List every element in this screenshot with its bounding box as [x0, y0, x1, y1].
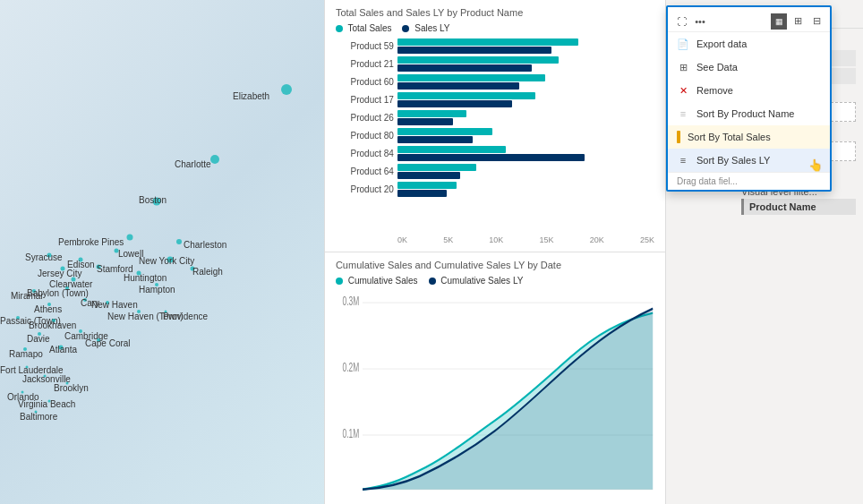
legend-dot-cum-ly — [429, 278, 436, 285]
bar-total-sales — [397, 110, 466, 117]
context-menu[interactable]: ⛶ ••• ▦ ⊞ ⊟ 📄 Export data ⊞ See Data ✕ R… — [666, 5, 832, 192]
product-name-filter[interactable]: Product Name — [741, 199, 856, 215]
sort-sales-ly-icon: ≡ — [677, 154, 689, 167]
drag-data-fields-label: Drag data fiel... — [668, 172, 830, 190]
bar-sales-ly — [397, 154, 585, 161]
remove-icon: ✕ — [677, 84, 689, 97]
axis-label: 5K — [443, 235, 453, 244]
bar-total-sales — [397, 128, 492, 135]
visual-icon-3[interactable]: ⊟ — [808, 13, 825, 30]
map-label: New Haven — [91, 300, 138, 310]
map-label: Raleigh — [192, 267, 223, 277]
visual-icon-2[interactable]: ⊞ — [790, 13, 806, 30]
map-label: Cape Coral — [85, 338, 131, 348]
bar-sales-ly — [397, 136, 473, 143]
bar-container — [397, 38, 654, 54]
bar-sales-ly — [397, 172, 460, 179]
bar-container — [397, 92, 654, 107]
map-label: Huntington — [124, 273, 167, 283]
bar-row: Product 84 — [336, 146, 654, 161]
menu-sort-total-sales[interactable]: Sort By Total Sales — [668, 125, 830, 149]
bar-label: Product 21 — [336, 59, 394, 69]
bar-total-sales — [397, 92, 535, 99]
expand-icon[interactable]: ⛶ — [673, 13, 689, 30]
bar-container — [397, 110, 654, 125]
bar-chart-title: Total Sales and Sales LY by Product Name — [336, 7, 654, 18]
table-icon: ⊞ — [677, 61, 689, 73]
area-total — [363, 309, 653, 490]
menu-export-data[interactable]: 📄 Export data — [668, 32, 830, 56]
legend-dot-total — [336, 25, 343, 32]
menu-sort-sales-ly[interactable]: ≡ Sort By Sales LY 👆 — [668, 149, 830, 172]
area-chart-legend: Cumulative Sales Cumulative Sales LY — [336, 276, 654, 286]
bar-label: Product 84 — [336, 149, 394, 158]
area-chart-section: Cumulative Sales and Cumulative Sales LY… — [325, 252, 665, 504]
map-label: Brooklyn — [54, 383, 89, 393]
menu-sort-product-name[interactable]: ≡ Sort By Product Name — [668, 102, 830, 125]
bar-label: Product 64 — [336, 167, 394, 176]
legend-cumulative-sales: Cumulative Sales — [336, 276, 418, 286]
map-label: Atlanta — [49, 345, 77, 355]
map-label: Jersey City — [38, 269, 81, 278]
bar-row: Product 21 — [336, 56, 654, 72]
map-background: ElizabethCharlotteBostonPembroke PinesCh… — [0, 0, 324, 504]
sort-total-sales-icon — [677, 131, 680, 143]
bar-chart-axis: 0K5K10K15K20K25K — [336, 235, 654, 244]
bar-sales-ly — [397, 64, 532, 72]
bar-sales-ly — [397, 47, 551, 54]
more-icon[interactable]: ••• — [692, 13, 708, 30]
bar-chart-legend: Total Sales Sales LY — [336, 23, 654, 33]
menu-remove[interactable]: ✕ Remove — [668, 79, 830, 102]
axis-label: 20K — [590, 235, 604, 244]
bar-container — [397, 146, 654, 161]
map-label: Providence — [163, 312, 208, 321]
bar-total-sales — [397, 164, 476, 171]
bar-total-sales — [397, 38, 578, 46]
bar-row: Product 64 — [336, 164, 654, 179]
bar-sales-ly — [397, 82, 519, 90]
bar-sales-ly — [397, 190, 447, 197]
bar-sales-ly — [397, 100, 512, 107]
bar-container — [397, 74, 654, 90]
legend-sales-ly: Sales LY — [402, 23, 449, 33]
bar-label: Product 26 — [336, 113, 394, 123]
map-dot — [176, 239, 182, 244]
charts-panel: Total Sales and Sales LY by Product Name… — [325, 0, 666, 504]
bar-total-sales — [397, 146, 506, 153]
area-chart-title: Cumulative Sales and Cumulative Sales LY… — [336, 260, 654, 270]
map-dot — [281, 84, 292, 95]
bar-sales-ly — [397, 118, 453, 125]
map-label: Elizabeth — [233, 91, 269, 101]
bar-total-sales — [397, 56, 559, 64]
svg-text:0.2M: 0.2M — [342, 360, 359, 375]
svg-text:0.3M: 0.3M — [342, 294, 359, 309]
map-label: Babylon (Town) — [27, 288, 89, 298]
axis-label: 15K — [540, 235, 554, 244]
map-label: Virginia Beach — [18, 399, 75, 409]
bar-row: Product 17 — [336, 92, 654, 107]
menu-see-data[interactable]: ⊞ See Data — [668, 56, 830, 79]
map-dot — [210, 155, 219, 164]
visual-icon-1[interactable]: ▦ — [771, 13, 787, 30]
sort-product-icon: ≡ — [677, 107, 689, 120]
bar-row: Product 80 — [336, 128, 654, 143]
bar-chart-section: Total Sales and Sales LY by Product Name… — [325, 0, 665, 252]
area-chart-svg: 0.3M 0.2M 0.1M — [336, 291, 654, 497]
map-label: Boston — [139, 195, 167, 205]
right-wrapper: ⛶ ••• ▦ ⊞ ⊟ 📄 Export data ⊞ See Data ✕ R… — [666, 0, 863, 504]
map-label: New York City — [139, 256, 194, 266]
axis-label: 0K — [397, 235, 407, 244]
bar-chart: Product 59Product 21Product 60Product 17… — [336, 38, 654, 232]
bar-row: Product 59 — [336, 38, 654, 54]
map-label: Athens — [34, 304, 62, 314]
menu-sort-product-label: Sort By Product Name — [696, 108, 794, 119]
menu-see-data-label: See Data — [696, 62, 738, 73]
map-label: Davie — [27, 334, 50, 344]
bar-container — [397, 182, 654, 197]
bar-row: Product 60 — [336, 74, 654, 90]
bar-container — [397, 164, 654, 179]
export-icon: 📄 — [677, 38, 689, 50]
map-label: Pembroke Pines — [58, 237, 124, 247]
bar-label: Product 59 — [336, 41, 394, 51]
menu-remove-label: Remove — [696, 85, 733, 96]
